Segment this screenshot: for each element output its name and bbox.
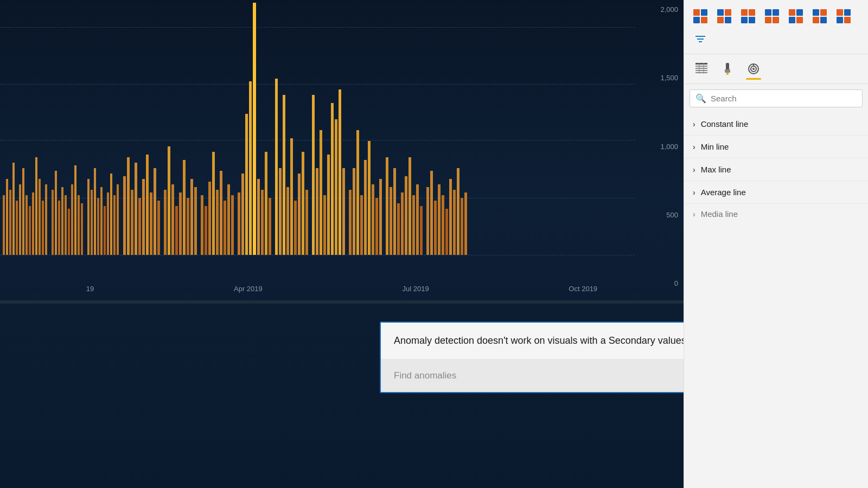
svg-rect-7 [25, 195, 28, 255]
svg-rect-123 [695, 66, 707, 67]
svg-rect-125 [695, 70, 707, 71]
svg-rect-116 [457, 168, 459, 255]
svg-rect-72 [279, 168, 282, 255]
svg-rect-100 [393, 168, 396, 255]
format-tool-btn[interactable] [716, 57, 739, 81]
svg-rect-69 [265, 152, 267, 255]
analytics-item-constant-line[interactable]: › Constant line [684, 113, 868, 136]
svg-rect-115 [453, 190, 456, 255]
svg-rect-82 [320, 130, 322, 255]
svg-rect-58 [220, 171, 222, 255]
analytics-label-average-line: Average line [701, 188, 746, 197]
y-label-500: 500 [660, 211, 678, 219]
tooltip-message: Anomaly detection doesn't work on visual… [394, 335, 684, 346]
svg-rect-80 [312, 95, 315, 255]
svg-rect-110 [434, 201, 437, 255]
chart-type-icon-4[interactable] [761, 5, 783, 27]
svg-rect-57 [216, 190, 219, 255]
analytics-item-max-line[interactable]: › Max line [684, 158, 868, 181]
analytics-item-partial[interactable]: › Media line [684, 204, 868, 224]
svg-rect-85 [331, 103, 334, 255]
tool-row [684, 54, 868, 84]
svg-rect-12 [42, 201, 44, 255]
svg-rect-37 [135, 163, 137, 255]
analytics-item-min-line[interactable]: › Min line [684, 136, 868, 158]
svg-rect-87 [339, 89, 341, 255]
svg-rect-6 [22, 168, 24, 255]
svg-rect-112 [442, 195, 444, 255]
analytics-list: › Constant line › Min line › Max line › … [684, 110, 868, 488]
svg-rect-28 [100, 187, 103, 255]
svg-rect-76 [294, 201, 297, 255]
svg-rect-32 [113, 195, 116, 255]
divider-bar [0, 300, 684, 304]
svg-rect-70 [269, 198, 271, 255]
svg-rect-39 [142, 179, 145, 255]
svg-rect-51 [190, 179, 193, 255]
x-label-oct: Oct 2019 [569, 285, 597, 293]
x-label-apr: Apr 2019 [234, 285, 263, 293]
svg-rect-49 [183, 160, 186, 255]
svg-rect-31 [110, 174, 112, 255]
svg-rect-36 [131, 190, 133, 255]
svg-rect-16 [58, 201, 60, 255]
analytics-tool-btn[interactable] [742, 57, 765, 81]
svg-rect-79 [305, 190, 308, 255]
svg-rect-21 [74, 165, 76, 255]
fields-icon [694, 62, 709, 76]
svg-rect-117 [461, 198, 463, 255]
svg-rect-34 [123, 176, 126, 255]
analytics-label-min-line: Min line [701, 142, 729, 151]
find-anomalies-button[interactable]: Find anomalies [394, 370, 456, 381]
analytics-item-average-line[interactable]: › Average line [684, 181, 868, 204]
svg-rect-1 [6, 179, 8, 255]
svg-rect-95 [372, 184, 374, 255]
svg-rect-109 [430, 171, 433, 255]
svg-rect-77 [298, 174, 301, 255]
fields-tool-btn[interactable] [690, 57, 713, 81]
svg-rect-107 [420, 206, 423, 255]
chart-type-icon-7[interactable] [833, 5, 854, 27]
chart-type-icon-1[interactable] [690, 5, 711, 27]
svg-rect-13 [45, 184, 47, 255]
svg-rect-19 [68, 209, 70, 255]
svg-rect-22 [78, 195, 80, 255]
chart-type-icon-2[interactable] [713, 5, 735, 27]
svg-rect-48 [179, 192, 182, 255]
chart-type-icon-6[interactable] [809, 5, 831, 27]
analytics-label-partial: Media line [701, 209, 738, 219]
svg-rect-59 [224, 201, 226, 255]
svg-rect-67 [257, 179, 260, 255]
svg-rect-97 [379, 179, 382, 255]
search-input[interactable] [711, 94, 857, 103]
svg-rect-26 [94, 168, 96, 255]
svg-rect-68 [261, 190, 264, 255]
svg-rect-5 [19, 184, 21, 255]
y-label-2000: 2,000 [660, 5, 678, 14]
svg-rect-3 [12, 163, 15, 255]
chart-type-icon-3[interactable] [737, 5, 759, 27]
svg-rect-119 [695, 36, 705, 37]
svg-rect-53 [201, 195, 203, 255]
icon-toolbar [684, 0, 868, 54]
svg-rect-63 [241, 174, 244, 255]
error-tooltip: Anomaly detection doesn't work on visual… [380, 322, 684, 393]
search-bar[interactable]: 🔍 [690, 89, 863, 107]
svg-rect-83 [323, 195, 326, 255]
svg-rect-62 [238, 192, 240, 255]
svg-rect-122 [695, 63, 707, 65]
svg-rect-60 [227, 184, 230, 255]
tooltip-actions[interactable]: Find anomalies ☞ [381, 359, 684, 392]
svg-rect-30 [107, 192, 109, 255]
chevron-icon-max: › [693, 165, 695, 174]
svg-point-134 [752, 68, 755, 70]
svg-rect-73 [283, 95, 285, 255]
svg-rect-33 [117, 184, 119, 255]
filter-icon-btn[interactable] [690, 29, 711, 51]
svg-rect-94 [368, 141, 371, 255]
svg-rect-111 [438, 184, 441, 255]
svg-rect-38 [138, 198, 141, 255]
svg-rect-9 [32, 192, 34, 255]
svg-rect-56 [212, 152, 215, 255]
chart-type-icon-5[interactable] [785, 5, 807, 27]
